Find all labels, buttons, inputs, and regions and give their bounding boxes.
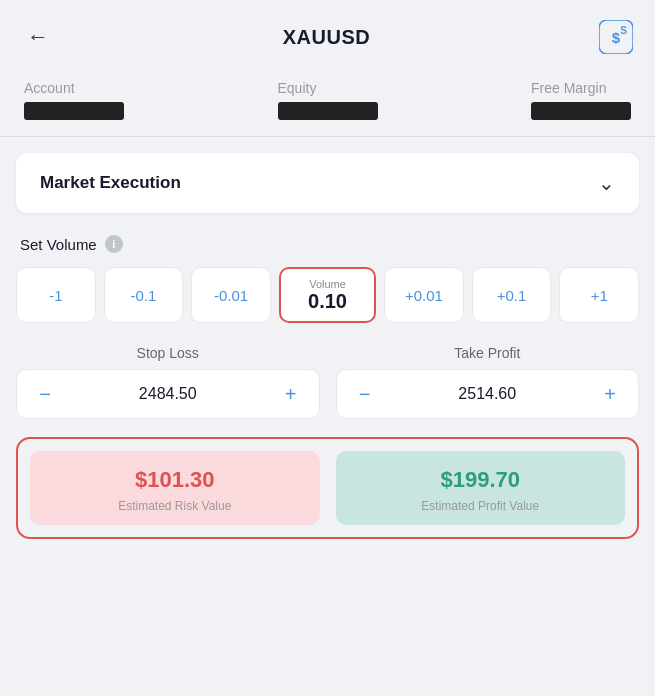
back-arrow-icon: ← [27,24,49,50]
take-profit-plus-button[interactable]: + [596,380,624,408]
take-profit-value: 2514.60 [387,385,589,403]
volume-value: 0.10 [308,290,347,313]
vol-plus-0-1-button[interactable]: +0.1 [472,267,552,323]
estimated-profit-value: $199.70 [440,467,520,493]
stop-loss-plus-button[interactable]: + [277,380,305,408]
account-icon[interactable]: $ S [597,18,635,56]
account-label: Account [24,80,124,96]
stop-loss-value: 2484.50 [67,385,269,403]
estimated-risk-value: $101.30 [135,467,215,493]
free-margin-label: Free Margin [531,80,631,96]
chevron-down-icon: ⌄ [598,171,615,195]
divider [0,136,655,137]
account-item: Account [24,80,124,120]
header: ← XAUUSD $ S [0,0,655,70]
stop-loss-item: Stop Loss − 2484.50 + [16,345,320,419]
take-profit-label: Take Profit [336,345,640,361]
equity-label: Equity [278,80,378,96]
take-profit-minus-button[interactable]: − [351,380,379,408]
back-button[interactable]: ← [20,19,56,55]
stop-loss-control: − 2484.50 + [16,369,320,419]
volume-display[interactable]: Volume 0.10 [279,267,376,323]
estimated-profit-box: $199.70 Estimated Profit Value [336,451,626,525]
vol-plus-1-button[interactable]: +1 [559,267,639,323]
sl-tp-row: Stop Loss − 2484.50 + Take Profit − 2514… [16,345,639,419]
stop-loss-minus-button[interactable]: − [31,380,59,408]
svg-text:S: S [620,25,627,36]
vol-plus-0-01-button[interactable]: +0.01 [384,267,464,323]
volume-label: Volume [309,278,346,290]
account-value [24,102,124,120]
info-icon[interactable]: i [105,235,123,253]
equity-item: Equity [278,80,378,120]
free-margin-value [531,102,631,120]
volume-controls: -1 -0.1 -0.01 Volume 0.10 +0.01 +0.1 +1 [16,267,639,323]
vol-minus-0-1-button[interactable]: -0.1 [104,267,184,323]
app-container: ← XAUUSD $ S Account Equity Free Margin [0,0,655,696]
take-profit-item: Take Profit − 2514.60 + [336,345,640,419]
vol-minus-1-button[interactable]: -1 [16,267,96,323]
equity-value [278,102,378,120]
vol-minus-0-01-button[interactable]: -0.01 [191,267,271,323]
account-bar: Account Equity Free Margin [0,70,655,136]
estimated-profit-label: Estimated Profit Value [421,499,539,513]
main-content: Market Execution ⌄ Set Volume i -1 -0.1 … [0,153,655,539]
estimated-risk-label: Estimated Risk Value [118,499,231,513]
stop-loss-label: Stop Loss [16,345,320,361]
set-volume-label: Set Volume [20,236,97,253]
free-margin-item: Free Margin [531,80,631,120]
page-title: XAUUSD [283,26,370,49]
market-execution-label: Market Execution [40,173,181,193]
market-execution-selector[interactable]: Market Execution ⌄ [16,153,639,213]
take-profit-control: − 2514.60 + [336,369,640,419]
set-volume-row: Set Volume i [16,235,639,253]
estimated-values-row: $101.30 Estimated Risk Value $199.70 Est… [16,437,639,539]
estimated-risk-box: $101.30 Estimated Risk Value [30,451,320,525]
